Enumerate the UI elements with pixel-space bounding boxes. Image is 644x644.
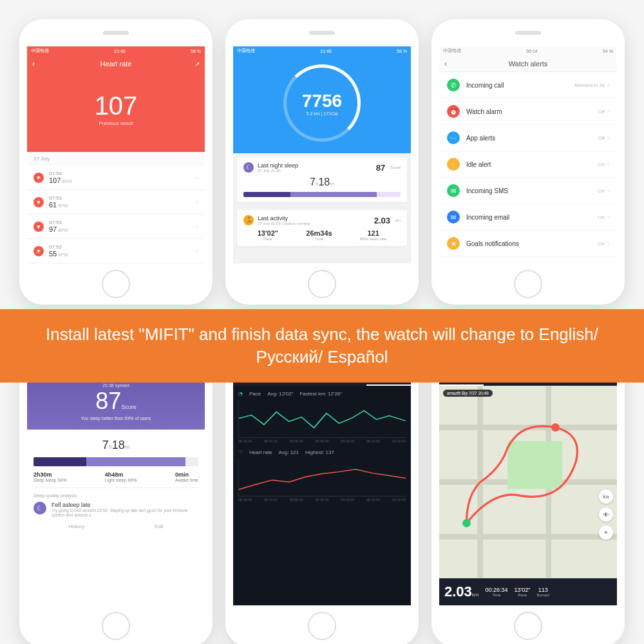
alert-row[interactable]: ⋯ App alerts Off › [439,125,617,151]
heart-icon: ♥ [33,197,44,207]
svg-rect-1 [507,441,562,489]
map-label: amazfit Bip 7/27 20:49 [443,390,493,397]
map-view-button[interactable]: 👁 [599,507,613,522]
map-footer: 2.03km 00:26:34Time 13'02"Pace 113Burned [439,578,617,605]
alert-icon: ✉ [447,184,460,197]
heart-icon: ♥ [33,246,44,256]
heart-icon: ♥ [33,173,44,183]
page-title: Heart rate [100,60,132,68]
alert-row[interactable]: ✉ Incoming SMS On › [439,178,617,204]
heart-icon: ♡ [238,450,243,455]
map-locate-button[interactable]: ⌖ [599,526,613,540]
chevron-right-icon: › [607,82,609,88]
pace-icon: ◔ [238,391,243,397]
steps-ring: 7756 5.2 km | 171Cal [283,64,361,142]
status-bar: 中国电信00:1454 % [439,46,617,55]
phone-heart-rate: 中国电信21:4058 % ‹ Heart rate ↗ 107 Previou… [19,19,213,305]
chevron-right-icon: › [196,248,198,254]
heart-rate-hero: 107 Previous result [27,72,205,152]
share-icon[interactable]: ↗ [194,61,200,68]
sleep-duration: 7h18m [33,436,198,457]
runner-icon: 🏃 [243,215,254,225]
route-map[interactable]: amazfit Bip 7/27 20:49 ㎞ 👁 ⌖ [439,386,617,578]
back-icon[interactable]: ‹ [32,59,35,68]
pace-chart: ◔PaceAvg: 13'02"Fastest km: 12'26" 08:36… [238,391,406,443]
phone-watch-alerts: 中国电信00:1454 % ‹ Watch alerts ✆ Incoming … [431,19,625,305]
instruction-banner: Install latest "MIFIT" and finish data s… [0,309,644,383]
page-title: Watch alerts [509,60,548,68]
sleep-duration: 7h18m [243,173,401,192]
heart-icon: ♥ [33,222,44,232]
chevron-right-icon: › [607,240,609,247]
phone-dashboard: 中国电信21:4058 % 7756 5.2 km | 171Cal ☾ Las… [225,19,419,305]
alert-icon: ✉ [447,211,460,223]
chevron-right-icon: › [607,108,609,115]
sleep-card[interactable]: ☾ Last night sleep 27 July 21:36 87 Scor… [237,157,407,202]
chevron-right-icon: › [607,187,609,194]
svg-point-2 [462,519,471,527]
svg-point-3 [551,423,560,431]
moon-icon: ☾ [243,162,254,173]
chevron-right-icon: › [196,175,198,181]
sleep-bar [243,192,401,197]
heart-rate-value: 107 [27,91,205,120]
alert-icon: ★ [447,237,460,250]
steps-sub: 5.2 km | 171Cal [307,111,338,116]
hr-date: 27 July [27,152,205,166]
alert-row[interactable]: ⚡ Idle alert On › [439,151,617,178]
chevron-right-icon: › [196,199,198,205]
alert-row[interactable]: ⏰ Watch alarm Off › [439,99,617,125]
app-bar: ‹ Heart rate ↗ [27,55,205,72]
moon-icon: ☾ [33,502,46,515]
activity-card[interactable]: 🏃 Last activity 27 July 21:03 Outdoor ru… [237,210,407,246]
history-button[interactable]: History [68,524,84,529]
status-bar: 中国电信21:4058 % [233,46,411,55]
chevron-right-icon: › [607,135,609,141]
alert-icon: ⋯ [447,131,460,144]
alert-icon: ⏰ [447,105,460,118]
edit-button[interactable]: Edit [155,524,164,529]
alert-row[interactable]: ★ Goals notifications On › [439,231,617,257]
steps-count: 7756 [302,91,342,111]
hr-row[interactable]: ♥ 07:5361BPM › [27,190,205,214]
heart-rate-sub: Previous result [27,120,205,126]
chevron-right-icon: › [607,161,609,167]
chevron-right-icon: › [196,223,198,230]
alert-icon: ⚡ [447,158,460,171]
sleep-bar [33,457,198,466]
hr-row[interactable]: ♥ 07:54107BPM › [27,166,205,190]
back-icon[interactable]: ‹ [444,59,447,68]
steps-hero: 7756 5.2 km | 171Cal [233,55,411,153]
alert-row[interactable]: ✉ Incoming email On › [439,204,617,231]
alert-icon: ✆ [447,79,460,91]
hr-row[interactable]: ♥ 07:5255BPM › [27,239,205,263]
chevron-right-icon: › [607,214,609,220]
status-bar: 中国电信21:4058 % [27,46,205,55]
app-bar: ‹ Watch alerts [439,55,617,72]
hr-row[interactable]: ♥ 07:5397BPM › [27,214,205,239]
alert-row[interactable]: ✆ Incoming call Remind in 3s › [439,72,617,99]
map-km-button[interactable]: ㎞ [599,489,613,504]
heart-rate-chart: ♡Heart rateAvg: 121Highest: 137 08:36:40… [238,450,406,502]
